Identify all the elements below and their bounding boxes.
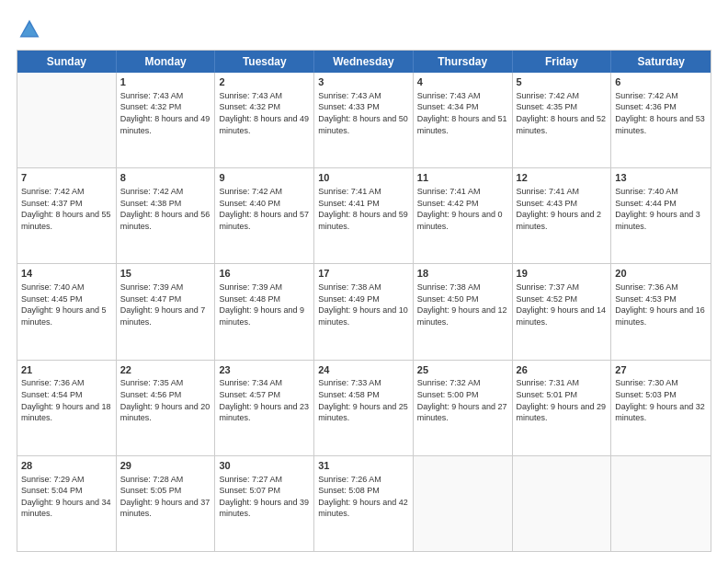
calendar-row-4: 28Sunrise: 7:29 AMSunset: 5:04 PMDayligh… — [17, 455, 711, 551]
header-day-monday: Monday — [117, 51, 216, 73]
day-info: Sunrise: 7:42 AMSunset: 4:35 PMDaylight:… — [517, 90, 608, 136]
day-cell-23: 23Sunrise: 7:34 AMSunset: 4:57 PMDayligh… — [215, 361, 314, 455]
day-cell-25: 25Sunrise: 7:32 AMSunset: 5:00 PMDayligh… — [414, 361, 513, 455]
day-cell-7: 7Sunrise: 7:42 AMSunset: 4:37 PMDaylight… — [17, 168, 117, 263]
day-info: Sunrise: 7:42 AMSunset: 4:40 PMDaylight:… — [219, 186, 310, 232]
day-number: 31 — [318, 459, 409, 473]
day-info: Sunrise: 7:27 AMSunset: 5:07 PMDaylight:… — [219, 474, 310, 520]
day-number: 8 — [120, 171, 211, 185]
page: SundayMondayTuesdayWednesdayThursdayFrid… — [0, 0, 728, 563]
day-number: 2 — [219, 75, 310, 89]
day-number: 9 — [219, 171, 310, 185]
day-info: Sunrise: 7:38 AMSunset: 4:50 PMDaylight:… — [417, 282, 508, 327]
day-cell-29: 29Sunrise: 7:28 AMSunset: 5:05 PMDayligh… — [117, 456, 216, 551]
day-cell-3: 3Sunrise: 7:43 AMSunset: 4:33 PMDaylight… — [314, 73, 414, 167]
calendar-body: 1Sunrise: 7:43 AMSunset: 4:32 PMDaylight… — [17, 73, 711, 551]
empty-cell — [17, 73, 117, 167]
day-number: 20 — [615, 267, 707, 281]
day-info: Sunrise: 7:32 AMSunset: 5:00 PMDaylight:… — [417, 377, 508, 423]
calendar-row-1: 7Sunrise: 7:42 AMSunset: 4:37 PMDaylight… — [17, 167, 711, 263]
header-day-tuesday: Tuesday — [215, 51, 314, 73]
day-info: Sunrise: 7:42 AMSunset: 4:38 PMDaylight:… — [120, 186, 211, 232]
day-number: 28 — [21, 459, 112, 473]
day-cell-24: 24Sunrise: 7:33 AMSunset: 4:58 PMDayligh… — [314, 361, 414, 455]
logo — [17, 17, 48, 42]
day-number: 21 — [21, 363, 112, 377]
day-cell-22: 22Sunrise: 7:35 AMSunset: 4:56 PMDayligh… — [117, 361, 216, 455]
day-info: Sunrise: 7:42 AMSunset: 4:37 PMDaylight:… — [21, 186, 112, 232]
day-number: 4 — [417, 75, 508, 89]
day-info: Sunrise: 7:34 AMSunset: 4:57 PMDaylight:… — [219, 377, 310, 423]
svg-marker-1 — [22, 23, 38, 36]
calendar-header: SundayMondayTuesdayWednesdayThursdayFrid… — [17, 51, 711, 73]
day-cell-20: 20Sunrise: 7:36 AMSunset: 4:53 PMDayligh… — [611, 264, 711, 359]
day-number: 22 — [120, 363, 211, 377]
day-number: 14 — [21, 267, 112, 281]
day-cell-31: 31Sunrise: 7:26 AMSunset: 5:08 PMDayligh… — [314, 456, 414, 551]
day-cell-14: 14Sunrise: 7:40 AMSunset: 4:45 PMDayligh… — [17, 264, 117, 359]
header — [17, 17, 711, 42]
empty-cell — [513, 456, 612, 551]
day-number: 15 — [120, 267, 211, 281]
day-cell-4: 4Sunrise: 7:43 AMSunset: 4:34 PMDaylight… — [414, 73, 513, 167]
day-cell-15: 15Sunrise: 7:39 AMSunset: 4:47 PMDayligh… — [117, 264, 216, 359]
day-cell-26: 26Sunrise: 7:31 AMSunset: 5:01 PMDayligh… — [513, 361, 612, 455]
day-number: 16 — [219, 267, 310, 281]
calendar-row-0: 1Sunrise: 7:43 AMSunset: 4:32 PMDaylight… — [17, 73, 711, 167]
header-day-thursday: Thursday — [414, 51, 513, 73]
day-cell-28: 28Sunrise: 7:29 AMSunset: 5:04 PMDayligh… — [17, 456, 117, 551]
header-day-friday: Friday — [513, 51, 612, 73]
day-info: Sunrise: 7:40 AMSunset: 4:44 PMDaylight:… — [615, 186, 707, 232]
day-info: Sunrise: 7:39 AMSunset: 4:48 PMDaylight:… — [219, 282, 310, 327]
day-number: 6 — [615, 75, 707, 89]
day-number: 30 — [219, 459, 310, 473]
day-info: Sunrise: 7:38 AMSunset: 4:49 PMDaylight:… — [318, 282, 409, 327]
day-cell-16: 16Sunrise: 7:39 AMSunset: 4:48 PMDayligh… — [215, 264, 314, 359]
day-cell-1: 1Sunrise: 7:43 AMSunset: 4:32 PMDaylight… — [117, 73, 216, 167]
day-number: 3 — [318, 75, 409, 89]
day-info: Sunrise: 7:39 AMSunset: 4:47 PMDaylight:… — [120, 282, 211, 327]
day-number: 1 — [120, 75, 211, 89]
day-cell-21: 21Sunrise: 7:36 AMSunset: 4:54 PMDayligh… — [17, 361, 117, 455]
day-number: 29 — [120, 459, 211, 473]
day-info: Sunrise: 7:35 AMSunset: 4:56 PMDaylight:… — [120, 377, 211, 423]
day-number: 26 — [517, 363, 608, 377]
day-info: Sunrise: 7:41 AMSunset: 4:43 PMDaylight:… — [517, 186, 608, 232]
day-cell-11: 11Sunrise: 7:41 AMSunset: 4:42 PMDayligh… — [414, 168, 513, 263]
day-info: Sunrise: 7:30 AMSunset: 5:03 PMDaylight:… — [615, 377, 707, 423]
calendar-row-2: 14Sunrise: 7:40 AMSunset: 4:45 PMDayligh… — [17, 263, 711, 359]
day-info: Sunrise: 7:26 AMSunset: 5:08 PMDaylight:… — [318, 474, 409, 520]
day-info: Sunrise: 7:40 AMSunset: 4:45 PMDaylight:… — [21, 282, 112, 327]
day-info: Sunrise: 7:37 AMSunset: 4:52 PMDaylight:… — [517, 282, 608, 327]
day-number: 27 — [615, 363, 707, 377]
day-info: Sunrise: 7:33 AMSunset: 4:58 PMDaylight:… — [318, 377, 409, 423]
day-cell-6: 6Sunrise: 7:42 AMSunset: 4:36 PMDaylight… — [611, 73, 711, 167]
day-number: 11 — [417, 171, 508, 185]
calendar: SundayMondayTuesdayWednesdayThursdayFrid… — [17, 50, 711, 552]
header-day-sunday: Sunday — [17, 51, 117, 73]
day-cell-8: 8Sunrise: 7:42 AMSunset: 4:38 PMDaylight… — [117, 168, 216, 263]
day-info: Sunrise: 7:41 AMSunset: 4:41 PMDaylight:… — [318, 186, 409, 232]
day-info: Sunrise: 7:36 AMSunset: 4:54 PMDaylight:… — [21, 377, 112, 423]
day-cell-5: 5Sunrise: 7:42 AMSunset: 4:35 PMDaylight… — [513, 73, 612, 167]
day-number: 25 — [417, 363, 508, 377]
header-day-wednesday: Wednesday — [314, 51, 414, 73]
day-number: 7 — [21, 171, 112, 185]
day-cell-2: 2Sunrise: 7:43 AMSunset: 4:32 PMDaylight… — [215, 73, 314, 167]
day-info: Sunrise: 7:36 AMSunset: 4:53 PMDaylight:… — [615, 282, 707, 327]
day-number: 5 — [517, 75, 608, 89]
day-info: Sunrise: 7:31 AMSunset: 5:01 PMDaylight:… — [517, 377, 608, 423]
day-info: Sunrise: 7:43 AMSunset: 4:32 PMDaylight:… — [219, 90, 310, 136]
empty-cell — [414, 456, 513, 551]
day-info: Sunrise: 7:29 AMSunset: 5:04 PMDaylight:… — [21, 474, 112, 520]
day-cell-27: 27Sunrise: 7:30 AMSunset: 5:03 PMDayligh… — [611, 361, 711, 455]
day-info: Sunrise: 7:43 AMSunset: 4:33 PMDaylight:… — [318, 90, 409, 136]
day-info: Sunrise: 7:43 AMSunset: 4:34 PMDaylight:… — [417, 90, 508, 136]
day-info: Sunrise: 7:43 AMSunset: 4:32 PMDaylight:… — [120, 90, 211, 136]
day-cell-17: 17Sunrise: 7:38 AMSunset: 4:49 PMDayligh… — [314, 264, 414, 359]
day-cell-30: 30Sunrise: 7:27 AMSunset: 5:07 PMDayligh… — [215, 456, 314, 551]
calendar-row-3: 21Sunrise: 7:36 AMSunset: 4:54 PMDayligh… — [17, 360, 711, 455]
day-info: Sunrise: 7:28 AMSunset: 5:05 PMDaylight:… — [120, 474, 211, 520]
day-number: 17 — [318, 267, 409, 281]
day-cell-13: 13Sunrise: 7:40 AMSunset: 4:44 PMDayligh… — [611, 168, 711, 263]
